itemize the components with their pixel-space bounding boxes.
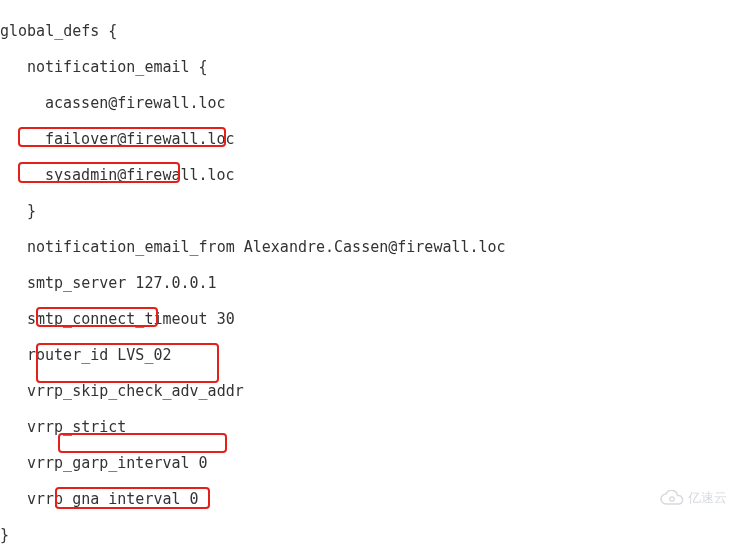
line-global-close: }	[0, 526, 506, 544]
line-smtp-server: smtp_server 127.0.0.1	[0, 274, 506, 292]
config-text: global_defs { notification_email { acass…	[0, 4, 506, 552]
line-vrrp-gna: vrrp_gna_interval 0	[0, 490, 506, 508]
line-smtp-timeout: smtp_connect_timeout 30	[0, 310, 506, 328]
line-notif-email-close: }	[0, 202, 506, 220]
line-router-id: router_id LVS_02	[0, 346, 506, 364]
watermark: 亿速云	[660, 454, 727, 542]
line-email-2: sysadmin@firewall.loc	[0, 166, 506, 184]
line-vrrp-garp: vrrp_garp_interval 0	[0, 454, 506, 472]
line-email-1: failover@firewall.loc	[0, 130, 506, 148]
line-notif-from: notification_email_from Alexandre.Cassen…	[0, 238, 506, 256]
watermark-label: 亿速云	[688, 489, 727, 507]
line-notif-email-open: notification_email {	[0, 58, 506, 76]
line-vrrp-skip: vrrp_skip_check_adv_addr	[0, 382, 506, 400]
svg-point-0	[670, 497, 674, 501]
cloud-icon	[660, 454, 684, 542]
line-email-0: acassen@firewall.loc	[0, 94, 506, 112]
line-global-defs: global_defs {	[0, 22, 506, 40]
line-vrrp-strict: vrrp_strict	[0, 418, 506, 436]
